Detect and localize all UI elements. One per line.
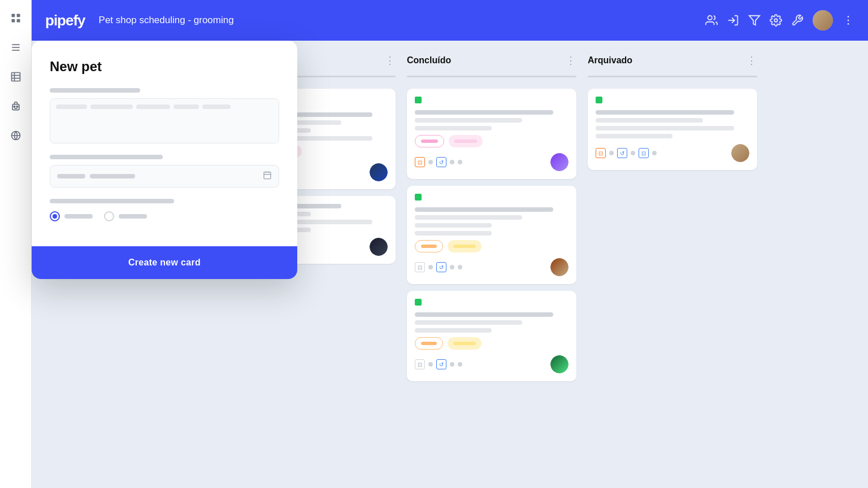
card-icon-c2-2: ↺ [436, 262, 446, 272]
card-concluido-3[interactable]: ⊡ ↺ [407, 291, 576, 381]
sidebar-item-grid[interactable] [7, 9, 25, 27]
column-menu-aplicacao[interactable]: ⋮ [385, 54, 396, 67]
card-dot-c2-2 [450, 265, 454, 269]
card-title-input[interactable] [50, 98, 279, 143]
date-input[interactable] [50, 165, 279, 188]
pill-c3-orange [415, 337, 443, 350]
card-tag-green-3 [415, 299, 422, 306]
radio-row [50, 211, 279, 221]
card-arq-line4 [596, 134, 672, 138]
card-icons-c3: ⊡ ↺ [415, 359, 462, 369]
card-dot-c1-2 [450, 160, 454, 164]
card-c3-line2 [415, 320, 522, 325]
modal-title: New pet [50, 59, 279, 75]
filter-icon[interactable] [748, 14, 761, 27]
card-icons-c2: ⊡ ↺ [415, 262, 462, 272]
card-tag-arq-green [596, 97, 602, 103]
form-label-title [50, 88, 140, 93]
svg-rect-7 [11, 73, 20, 81]
pill-c1-pink-fill [449, 135, 483, 147]
card-icons-arq: ⊡ ↺ ⊡ [596, 148, 657, 158]
radio-option-no[interactable] [104, 211, 147, 221]
svg-point-13 [16, 106, 18, 108]
column-underline-arquivado [588, 76, 757, 77]
column-menu-arquivado[interactable]: ⋮ [747, 54, 757, 67]
card-icon-c3-2: ↺ [436, 359, 446, 369]
svg-point-12 [14, 106, 15, 108]
modal-body: New pet [32, 41, 297, 246]
card-concluido-1[interactable]: ⊡ ↺ [407, 89, 576, 179]
card-tag-green-2 [415, 194, 422, 201]
card-avatar-c2 [550, 258, 568, 276]
calendar-icon [263, 171, 272, 182]
sidebar [0, 0, 32, 488]
logo: pipefy [45, 12, 85, 29]
sidebar-item-robot[interactable] [7, 97, 25, 115]
pill-c2-orange [415, 240, 443, 252]
form-label-radio [50, 199, 174, 203]
card-arquivado-1[interactable]: ⊡ ↺ ⊡ [588, 89, 757, 170]
modal-footer: Create new card [32, 246, 297, 279]
radio-option-yes[interactable] [50, 211, 93, 221]
pill-c3-orange-fill [448, 337, 481, 350]
card-c1-line3 [415, 126, 492, 130]
settings-icon[interactable] [770, 14, 782, 27]
sidebar-item-list[interactable] [7, 38, 25, 56]
app-header: pipefy Pet shop scheduling - grooming [32, 0, 868, 41]
column-header-arquivado: Arquivado ⋮ [588, 54, 757, 67]
column-title-arquivado: Arquivado [588, 55, 632, 66]
wrench-icon[interactable] [791, 14, 804, 27]
radio-circle-no[interactable] [104, 211, 114, 221]
radio-label-yes [64, 214, 93, 219]
radio-circle-yes[interactable] [50, 211, 60, 221]
card-icon-arq-1: ⊡ [596, 148, 606, 158]
new-card-modal: New pet [32, 41, 297, 279]
card-icon-c1-2: ↺ [436, 157, 446, 167]
card-concluido-2[interactable]: ⊡ ↺ [407, 186, 576, 284]
card-dot-c1-1 [428, 160, 433, 164]
column-arquivado: Arquivado ⋮ ⊡ ↺ ⊡ [588, 54, 757, 488]
users-icon[interactable] [705, 14, 718, 27]
form-group-radio [50, 199, 279, 221]
card-footer-arq: ⊡ ↺ ⊡ [596, 144, 749, 162]
pill-c2-orange-fill [448, 240, 481, 252]
card-dot-arq-1 [609, 151, 614, 155]
pill-c1-pink [415, 135, 444, 147]
column-title-concluido: Concluído [407, 55, 451, 66]
enter-icon[interactable] [727, 14, 739, 27]
card-c3-line3 [415, 328, 492, 333]
card-c2-line3 [415, 223, 492, 228]
sidebar-item-table[interactable] [7, 68, 25, 86]
card-icon-c2-1: ⊡ [415, 262, 425, 272]
svg-point-16 [708, 16, 712, 20]
create-card-button[interactable]: Create new card [128, 258, 201, 268]
card-dot-arq-2 [631, 151, 635, 155]
card-c1-line2 [415, 118, 522, 123]
modal-panel: New pet [32, 41, 297, 279]
card-dot-c3-1 [428, 362, 433, 367]
header-left: pipefy Pet shop scheduling - grooming [45, 12, 234, 29]
column-menu-concluido[interactable]: ⋮ [566, 54, 576, 67]
card-icon-arq-3: ⊡ [639, 148, 649, 158]
svg-point-19 [774, 19, 778, 22]
card-c2-line2 [415, 215, 522, 220]
user-avatar[interactable] [813, 10, 833, 30]
card-dot-c1-3 [458, 160, 462, 164]
column-underline-concluido [407, 76, 576, 77]
card-avatar-a2 [370, 238, 388, 256]
sidebar-item-globe[interactable] [7, 127, 25, 145]
card-c2-line4 [415, 231, 492, 236]
card-icon-c1-1: ⊡ [415, 157, 425, 167]
card-footer-c1: ⊡ ↺ [415, 153, 568, 171]
svg-marker-18 [749, 16, 760, 25]
card-arq-line3 [596, 126, 734, 130]
card-c1-line1 [415, 110, 553, 115]
card-tag-green-1 [415, 97, 422, 103]
card-footer-c2: ⊡ ↺ [415, 258, 568, 276]
column-header-concluido: Concluído ⋮ [407, 54, 576, 67]
card-dot-arq-3 [652, 151, 657, 155]
card-avatar-a1 [370, 163, 388, 181]
header-right [705, 10, 854, 30]
svg-rect-2 [11, 19, 15, 23]
more-vertical-icon[interactable] [842, 14, 854, 27]
